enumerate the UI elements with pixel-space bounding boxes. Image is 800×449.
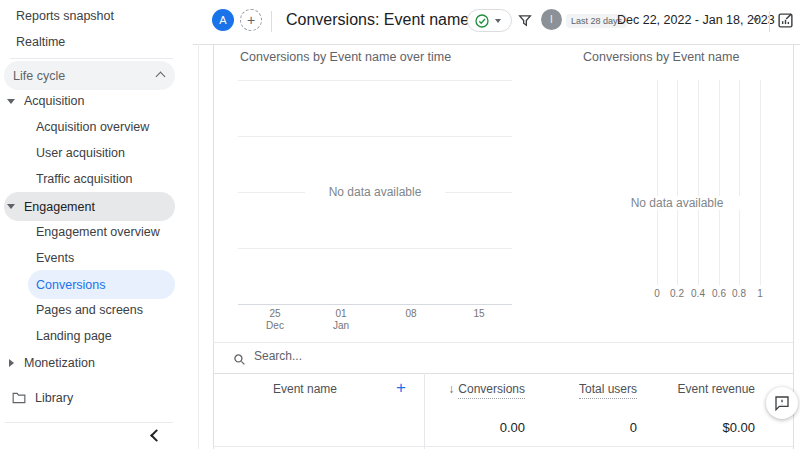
sidebar-item-label: Landing page bbox=[0, 329, 112, 343]
sidebar-item-label: Pages and screens bbox=[0, 303, 143, 317]
sidebar-item-label: Library bbox=[35, 391, 73, 405]
x-axis-tick: 15 bbox=[464, 308, 494, 320]
sidebar-item-label: Traffic acquisition bbox=[0, 172, 133, 186]
gridline bbox=[238, 248, 512, 249]
sidebar-item-label: User acquisition bbox=[0, 146, 125, 160]
search-icon bbox=[233, 352, 246, 370]
sidebar-item-label: Acquisition overview bbox=[0, 120, 149, 134]
date-range-selector[interactable]: Dec 22, 2022 - Jan 18, 2023 bbox=[617, 13, 775, 27]
plus-icon: + bbox=[396, 378, 406, 397]
column-header-event-revenue[interactable]: Event revenue bbox=[678, 382, 755, 396]
plus-icon: + bbox=[247, 12, 255, 28]
tick-month: Dec bbox=[260, 320, 290, 332]
sort-descending-icon: ↓ bbox=[448, 382, 454, 396]
totals-total-users: 0 bbox=[630, 420, 637, 435]
sidebar-right-border bbox=[198, 44, 199, 449]
no-data-message: No data available bbox=[607, 196, 747, 210]
sidebar-group-engagement[interactable]: Engagement bbox=[4, 192, 175, 221]
bar-chart-title: Conversions by Event name bbox=[583, 50, 739, 64]
secondary-avatar[interactable]: I bbox=[541, 9, 562, 30]
x-axis-tick: 1 bbox=[747, 288, 773, 299]
column-label: Total users bbox=[579, 382, 637, 399]
left-navigation: Reports snapshot Realtime Life cycle Acq… bbox=[0, 0, 198, 449]
sidebar-item-realtime[interactable]: Realtime bbox=[0, 29, 198, 55]
tick-month: Jan bbox=[326, 320, 356, 332]
sidebar-item-library[interactable]: Library bbox=[0, 385, 198, 411]
sidebar-item-label: Events bbox=[0, 251, 74, 265]
gridline bbox=[238, 136, 512, 137]
column-label: Event revenue bbox=[678, 382, 755, 396]
line-chart-title: Conversions by Event name over time bbox=[240, 50, 451, 64]
x-axis-line bbox=[238, 304, 512, 305]
sidebar-item-events[interactable]: Events bbox=[0, 245, 198, 271]
column-header-conversions[interactable]: ↓Conversions bbox=[448, 382, 525, 396]
sidebar-item-label: Conversions bbox=[28, 278, 105, 292]
sidebar-item-label: Realtime bbox=[0, 35, 65, 49]
sidebar-item-engagement-overview[interactable]: Engagement overview bbox=[0, 219, 198, 245]
sidebar-group-monetization[interactable]: Monetization bbox=[0, 350, 198, 376]
table-column-divider bbox=[424, 373, 425, 449]
gridline bbox=[677, 80, 678, 285]
sidebar-item-landing-page[interactable]: Landing page bbox=[0, 323, 198, 349]
header-divider bbox=[271, 11, 272, 32]
section-label: Life cycle bbox=[4, 69, 65, 83]
sidebar-item-pages-and-screens[interactable]: Pages and screens bbox=[0, 297, 198, 323]
totals-conversions: 0.00 bbox=[500, 420, 525, 435]
gridline bbox=[760, 80, 761, 285]
column-label: Conversions bbox=[458, 382, 525, 399]
avatar-letter: A bbox=[219, 14, 226, 26]
check-circle-icon bbox=[474, 13, 490, 29]
filter-icon[interactable] bbox=[517, 12, 533, 33]
x-axis-tick: 25 Dec bbox=[260, 308, 290, 332]
page-title: Conversions: Event name bbox=[286, 11, 469, 29]
report-card-right-border bbox=[793, 44, 794, 449]
gridline bbox=[657, 80, 658, 285]
table-row-border bbox=[213, 446, 793, 447]
chevron-down-icon bbox=[495, 19, 501, 23]
gridline bbox=[698, 80, 699, 285]
header-divider bbox=[769, 11, 770, 32]
x-axis-tick: 08 bbox=[396, 308, 426, 320]
x-axis-tick: 01 Jan bbox=[326, 308, 356, 332]
add-comparison-button[interactable]: + bbox=[240, 9, 262, 31]
folder-icon bbox=[12, 392, 26, 404]
arrow-down-icon bbox=[7, 99, 15, 104]
gridline bbox=[719, 80, 720, 285]
sidebar-group-acquisition[interactable]: Acquisition bbox=[0, 88, 198, 114]
customize-report-icon[interactable] bbox=[777, 12, 794, 33]
sidebar-item-traffic-acquisition[interactable]: Traffic acquisition bbox=[0, 166, 198, 192]
chevron-up-icon bbox=[156, 72, 166, 82]
column-header-total-users[interactable]: Total users bbox=[579, 382, 637, 396]
sidebar-item-label: Reports snapshot bbox=[0, 9, 114, 23]
table-header-border bbox=[213, 373, 793, 374]
feedback-button[interactable] bbox=[766, 387, 798, 419]
tick-day: 15 bbox=[464, 308, 494, 320]
group-label: Monetization bbox=[0, 356, 95, 370]
group-label: Engagement bbox=[4, 200, 95, 214]
tick-day: 01 bbox=[326, 308, 356, 320]
column-label: Event name bbox=[273, 382, 337, 396]
sidebar-divider bbox=[10, 58, 173, 59]
section-divider bbox=[213, 342, 793, 343]
comparison-avatar[interactable]: A bbox=[212, 9, 234, 31]
sidebar-item-reports-snapshot[interactable]: Reports snapshot bbox=[0, 3, 198, 29]
header-bottom-border bbox=[193, 44, 800, 45]
arrow-down-icon bbox=[7, 204, 15, 209]
search-input[interactable] bbox=[254, 349, 504, 363]
arrow-right-icon bbox=[9, 359, 14, 367]
gridline bbox=[739, 80, 740, 285]
feedback-bubble-icon bbox=[774, 395, 790, 411]
tick-day: 25 bbox=[260, 308, 290, 320]
totals-event-revenue: $0.00 bbox=[722, 420, 755, 435]
sidebar-item-conversions-selected[interactable]: Conversions bbox=[28, 270, 175, 299]
sidebar-section-life-cycle[interactable]: Life cycle bbox=[4, 61, 175, 90]
column-header-event-name[interactable]: Event name bbox=[250, 382, 360, 396]
sidebar-item-label: Engagement overview bbox=[0, 225, 160, 239]
add-column-button[interactable]: + bbox=[396, 378, 406, 398]
gridline bbox=[238, 80, 512, 81]
report-status-dropdown[interactable] bbox=[467, 9, 512, 32]
sidebar-item-acquisition-overview[interactable]: Acquisition overview bbox=[0, 114, 198, 140]
sidebar-item-user-acquisition[interactable]: User acquisition bbox=[0, 140, 198, 166]
collapse-sidebar-icon[interactable] bbox=[150, 429, 163, 442]
avatar-letter: I bbox=[550, 14, 553, 25]
